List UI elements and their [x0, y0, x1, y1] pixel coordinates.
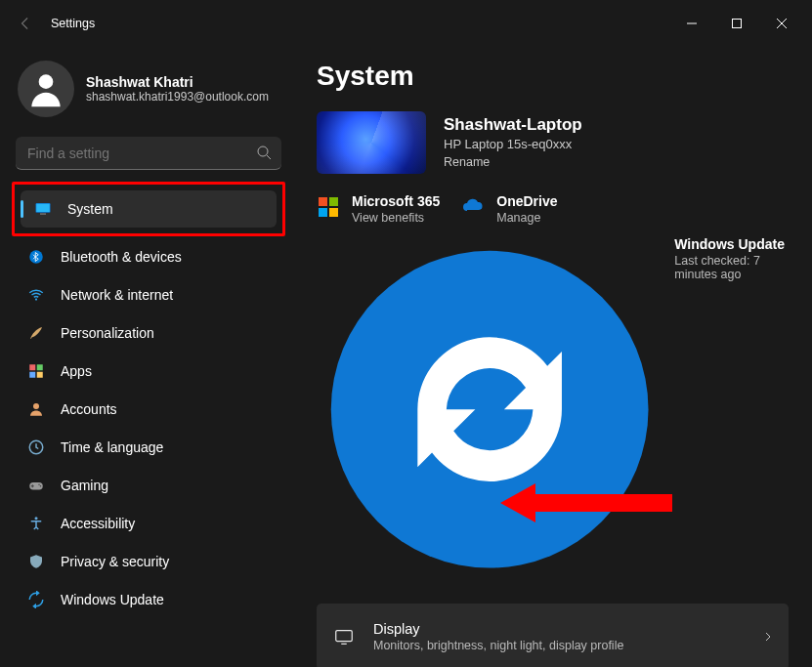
sidebar-item-label: Bluetooth & devices	[61, 249, 182, 265]
service-subtitle: Manage	[496, 211, 557, 225]
brush-icon	[27, 324, 45, 342]
accessibility-icon	[27, 515, 45, 532]
device-name: Shashwat-Laptop	[444, 115, 582, 135]
minimize-button[interactable]	[669, 8, 714, 39]
person-icon	[27, 400, 45, 418]
shield-icon	[27, 553, 45, 570]
service-windows-update[interactable]: Windows Update Last checked: 7 minutes a…	[317, 236, 789, 582]
bluetooth-icon	[27, 248, 45, 266]
person-icon	[24, 67, 67, 110]
svg-point-1	[39, 74, 54, 89]
update-circle-icon	[317, 236, 662, 582]
svg-rect-23	[336, 631, 353, 642]
svg-rect-18	[319, 197, 327, 206]
display-icon	[332, 625, 356, 648]
monitor-icon	[34, 200, 52, 218]
gamepad-icon	[27, 477, 45, 494]
service-subtitle: View benefits	[352, 211, 440, 225]
sidebar-item-accessibility[interactable]: Accessibility	[14, 505, 283, 542]
service-title: OneDrive	[496, 193, 557, 209]
svg-rect-20	[319, 208, 327, 217]
search-container	[16, 137, 281, 170]
service-title: Microsoft 365	[352, 193, 440, 209]
update-icon	[27, 591, 45, 608]
m365-icon	[317, 195, 340, 219]
user-name: Shashwat Khatri	[86, 74, 269, 90]
search-icon	[256, 145, 272, 160]
tile-display[interactable]: Display Monitors, brightness, night ligh…	[317, 604, 789, 667]
device-header: Shashwat-Laptop HP Laptop 15s-eq0xxx Ren…	[317, 111, 789, 174]
sidebar-item-label: Network & internet	[61, 287, 173, 303]
annotation-system-highlight: System	[12, 182, 285, 236]
settings-tiles: Display Monitors, brightness, night ligh…	[317, 604, 789, 667]
service-title: Windows Update	[674, 236, 789, 252]
arrow-left-icon	[19, 17, 32, 30]
svg-rect-10	[29, 372, 35, 378]
sidebar-item-gaming[interactable]: Gaming	[14, 467, 283, 504]
chevron-right-icon	[763, 632, 773, 642]
sidebar-item-privacy[interactable]: Privacy & security	[14, 543, 283, 580]
sidebar-item-label: Apps	[61, 363, 92, 379]
service-m365[interactable]: Microsoft 365 View benefits	[317, 193, 440, 225]
back-button[interactable]	[8, 6, 43, 41]
svg-point-7	[35, 298, 37, 300]
device-wallpaper	[317, 111, 426, 174]
maximize-button[interactable]	[714, 8, 759, 39]
sidebar-nav: System Bluetooth & devices Network & int…	[14, 182, 283, 618]
sidebar-item-time[interactable]: Time & language	[14, 429, 283, 466]
page-title: System	[317, 61, 789, 92]
sidebar-item-network[interactable]: Network & internet	[14, 276, 283, 313]
sidebar-item-personalization[interactable]: Personalization	[14, 314, 283, 352]
service-subtitle: Last checked: 7 minutes ago	[674, 254, 789, 281]
svg-point-6	[29, 250, 43, 264]
svg-rect-4	[36, 204, 50, 212]
device-model: HP Laptop 15s-eq0xxx	[444, 137, 582, 151]
search-input[interactable]	[16, 137, 281, 170]
tile-title: Display	[373, 621, 746, 637]
svg-rect-11	[37, 372, 43, 378]
svg-point-2	[258, 146, 268, 156]
sidebar-item-label: Time & language	[61, 439, 163, 455]
sidebar-item-accounts[interactable]: Accounts	[14, 391, 283, 428]
user-email: shashwat.khatri1993@outlook.com	[86, 90, 269, 104]
sidebar-item-label: Gaming	[61, 478, 108, 493]
svg-rect-8	[29, 364, 35, 370]
svg-rect-21	[329, 208, 338, 217]
sidebar-item-label: System	[67, 201, 113, 217]
sidebar: Shashwat Khatri shashwat.khatri1993@outl…	[0, 47, 293, 667]
sidebar-item-update[interactable]: Windows Update	[14, 581, 283, 618]
sidebar-item-label: Windows Update	[61, 592, 164, 607]
services-row: Microsoft 365 View benefits OneDrive Man…	[317, 193, 789, 225]
service-onedrive[interactable]: OneDrive Manage	[461, 193, 557, 225]
sidebar-item-label: Privacy & security	[61, 554, 169, 569]
titlebar: Settings	[0, 0, 812, 47]
onedrive-icon	[461, 195, 485, 219]
close-button[interactable]	[759, 8, 804, 39]
window-title: Settings	[51, 17, 95, 30]
svg-rect-5	[40, 214, 46, 215]
main-content: System Shashwat-Laptop HP Laptop 15s-eq0…	[293, 47, 812, 667]
sidebar-item-label: Accessibility	[61, 516, 135, 531]
svg-point-17	[35, 517, 38, 520]
svg-point-22	[331, 251, 649, 568]
rename-link[interactable]: Rename	[444, 155, 490, 169]
sidebar-item-label: Personalization	[61, 325, 154, 341]
apps-icon	[27, 362, 45, 380]
tile-subtitle: Monitors, brightness, night light, displ…	[373, 639, 746, 652]
svg-rect-0	[733, 20, 742, 28]
sidebar-item-system[interactable]: System	[21, 190, 277, 228]
avatar	[18, 61, 74, 117]
svg-point-12	[33, 403, 39, 409]
svg-rect-19	[329, 197, 338, 206]
user-block[interactable]: Shashwat Khatri shashwat.khatri1993@outl…	[14, 61, 283, 137]
sidebar-item-label: Accounts	[61, 401, 117, 417]
svg-point-16	[40, 485, 42, 487]
sidebar-item-apps[interactable]: Apps	[14, 353, 283, 390]
clock-icon	[27, 438, 45, 456]
svg-rect-9	[37, 364, 43, 370]
wifi-icon	[27, 286, 45, 304]
svg-point-15	[38, 484, 40, 486]
sidebar-item-bluetooth[interactable]: Bluetooth & devices	[14, 238, 283, 275]
